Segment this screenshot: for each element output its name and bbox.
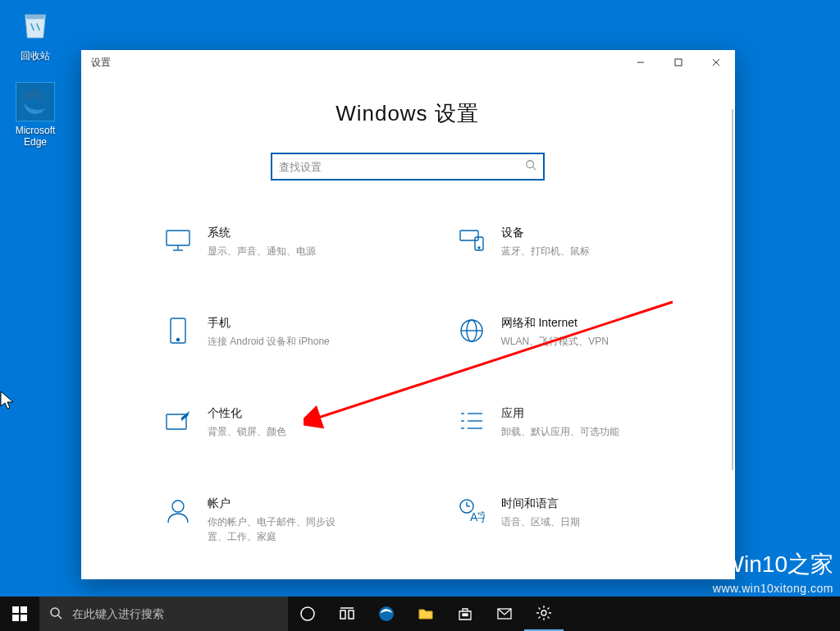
accounts-icon [163, 496, 193, 526]
svg-point-11 [478, 247, 480, 249]
close-button[interactable] [697, 50, 735, 75]
taskbar-file-explorer[interactable] [406, 597, 445, 631]
svg-line-35 [58, 615, 62, 619]
svg-point-34 [51, 608, 59, 616]
svg-rect-33 [21, 615, 27, 621]
category-title: 系统 [208, 226, 316, 240]
edge-icon [16, 82, 55, 121]
category-title: 个性化 [208, 406, 286, 421]
svg-rect-9 [460, 231, 478, 240]
category-accounts[interactable]: 帐户你的帐户、电子邮件、同步设置、工作、家庭 [114, 496, 408, 544]
task-view-button[interactable] [327, 597, 367, 631]
category-desc: 蓝牙、打印机、鼠标 [501, 244, 590, 258]
category-time-language[interactable]: A字 时间和语言语音、区域、日期 [408, 496, 701, 544]
watermark-url: www.win10xitong.com [689, 582, 833, 595]
svg-rect-32 [12, 615, 19, 621]
category-title: 手机 [208, 316, 330, 331]
taskbar-settings[interactable] [524, 597, 564, 631]
page-title: Windows 设置 [81, 99, 733, 128]
taskbar-search-input[interactable] [72, 607, 288, 620]
svg-text:A字: A字 [470, 510, 485, 524]
taskbar-edge[interactable] [367, 597, 406, 631]
svg-line-5 [532, 167, 536, 171]
svg-rect-31 [21, 606, 27, 613]
category-title: 应用 [501, 406, 619, 421]
taskbar-store[interactable] [445, 597, 485, 631]
svg-point-4 [526, 161, 533, 168]
personalization-icon [163, 406, 193, 436]
search-input[interactable] [279, 161, 525, 173]
minimize-button[interactable] [622, 50, 660, 75]
desktop-icon-edge[interactable]: Microsoft Edge [5, 82, 66, 148]
svg-rect-30 [12, 606, 19, 613]
category-desc: 卸载、默认应用、可选功能 [501, 424, 619, 439]
cursor-icon [0, 391, 15, 410]
category-personalization[interactable]: 个性化背景、锁屏、颜色 [114, 406, 408, 439]
category-apps[interactable]: 应用卸载、默认应用、可选功能 [408, 406, 701, 439]
svg-point-40 [379, 606, 394, 621]
category-title: 帐户 [208, 496, 347, 511]
network-icon [457, 316, 486, 345]
desktop-icon-recycle-bin[interactable]: 回收站 [5, 7, 66, 63]
apps-icon [457, 406, 486, 436]
recycle-bin-icon [16, 7, 55, 46]
time-language-icon: A字 [457, 496, 486, 526]
desktop-icon-label: Microsoft Edge [5, 125, 66, 148]
svg-point-36 [301, 607, 314, 620]
titlebar: 设置 [81, 50, 735, 75]
search-settings[interactable] [271, 153, 545, 181]
svg-rect-41 [463, 614, 465, 616]
maximize-button[interactable] [660, 50, 697, 75]
scrollbar[interactable] [732, 109, 733, 470]
svg-rect-6 [167, 231, 189, 245]
svg-point-24 [172, 501, 184, 512]
desktop-icon-label: 回收站 [5, 49, 66, 63]
search-icon [525, 159, 536, 174]
devices-icon [457, 226, 486, 255]
svg-rect-42 [466, 614, 468, 616]
window-title: 设置 [81, 56, 111, 70]
svg-rect-37 [340, 610, 345, 619]
category-desc: 连接 Android 设备和 iPhone [208, 334, 330, 349]
category-desc: 背景、锁屏、颜色 [208, 424, 286, 439]
svg-rect-1 [675, 59, 682, 66]
cortana-button[interactable] [288, 597, 327, 631]
category-desc: 你的帐户、电子邮件、同步设置、工作、家庭 [208, 514, 347, 544]
svg-point-44 [541, 610, 546, 615]
category-desc: 语音、区域、日期 [501, 514, 580, 529]
category-phone[interactable]: 手机连接 Android 设备和 iPhone [114, 316, 408, 349]
category-desc: WLAN、飞行模式、VPN [501, 334, 609, 349]
system-icon [163, 226, 193, 255]
category-devices[interactable]: 设备蓝牙、打印机、鼠标 [408, 226, 701, 258]
taskbar-mail[interactable] [485, 597, 524, 631]
watermark-brand: Win10之家 [723, 549, 833, 580]
settings-window: 设置 Windows 设置 系统显示、声音、通知、电源 设 [81, 50, 735, 579]
taskbar [0, 597, 840, 631]
category-network[interactable]: 网络和 InternetWLAN、飞行模式、VPN [408, 316, 701, 349]
search-icon [49, 606, 62, 622]
svg-point-13 [177, 339, 180, 341]
svg-rect-38 [349, 610, 354, 619]
category-desc: 显示、声音、通知、电源 [208, 244, 316, 258]
category-title: 设备 [501, 226, 590, 240]
category-title: 时间和语言 [501, 496, 580, 511]
category-system[interactable]: 系统显示、声音、通知、电源 [114, 226, 408, 258]
phone-icon [163, 316, 193, 345]
category-title: 网络和 Internet [501, 316, 609, 331]
taskbar-search[interactable] [39, 597, 288, 631]
start-button[interactable] [0, 597, 39, 631]
